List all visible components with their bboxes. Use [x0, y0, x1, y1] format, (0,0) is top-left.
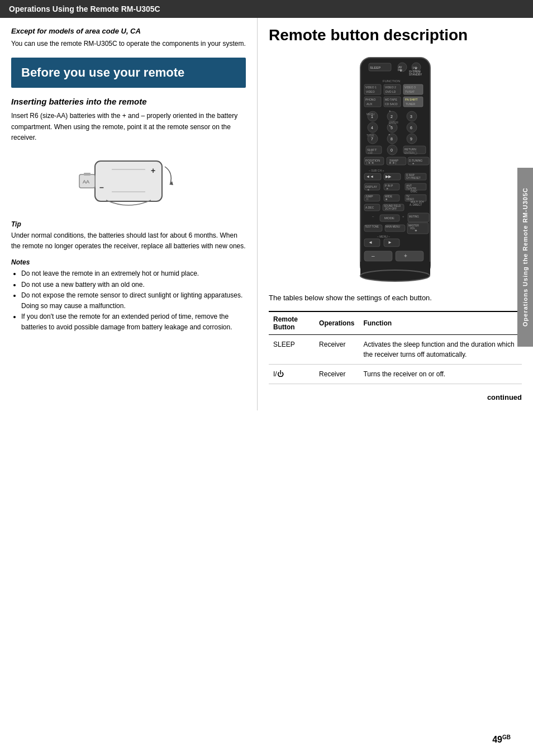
table-cell-function: Turns the receiver on or off.: [359, 365, 522, 384]
svg-text:FN SHIFT: FN SHIFT: [405, 98, 418, 101]
table-cell-button: I/⏻: [269, 365, 315, 384]
table-intro-text: The tables below show the settings of ea…: [269, 292, 522, 304]
svg-rect-6: [84, 173, 91, 176]
svg-text:I/⏻: I/⏻: [413, 66, 417, 69]
svg-text:9: 9: [410, 137, 412, 141]
svg-text:CH PRESET: CH PRESET: [406, 177, 421, 179]
col-header-button: Remote Button: [269, 311, 315, 335]
svg-text:AA: AA: [83, 179, 89, 185]
svg-text:5: 5: [391, 126, 393, 130]
svg-text:3: 3: [410, 115, 412, 119]
main-layout: Except for models of area code U, CA You…: [0, 18, 533, 410]
svg-text:D.TUNING: D.TUNING: [409, 159, 422, 162]
svg-text:●: ●: [389, 109, 391, 112]
col-header-function: Function: [359, 311, 522, 335]
inserting-batteries-body: Insert R6 (size-AA) batteries with the +…: [11, 111, 246, 143]
battery-svg: + – AA: [78, 150, 179, 211]
svg-text:VIDEO: VIDEO: [366, 90, 375, 93]
svg-text:VIDEO 2: VIDEO 2: [385, 86, 396, 89]
svg-text:MAIN MENU: MAIN MENU: [386, 225, 400, 228]
svg-text:+: +: [412, 162, 415, 165]
svg-text:4: 4: [371, 126, 373, 130]
svg-text:6: 6: [410, 126, 412, 130]
svg-text:+: +: [402, 215, 404, 218]
before-remote-box: Before you use your remote: [11, 58, 246, 88]
svg-text:0: 0: [391, 148, 393, 152]
header-title: Operations Using the Remote RM-U305C: [9, 4, 160, 13]
svg-text:MD TAPE: MD TAPE: [385, 98, 397, 101]
svg-text:DISC: DISC: [411, 190, 417, 193]
svg-text:TV/SAT: TV/SAT: [405, 90, 415, 93]
table-cell-function: Activates the sleep function and the dur…: [359, 335, 522, 365]
svg-text:– MENU –: – MENU –: [377, 235, 390, 238]
svg-text:–: –: [99, 183, 104, 192]
table-cell-operations: Receiver: [315, 365, 359, 384]
svg-text:MODE: MODE: [384, 216, 394, 220]
svg-text:►: ►: [388, 240, 392, 245]
svg-text:SLEEP: SLEEP: [370, 66, 380, 69]
svg-text:ENTER◯: ENTER◯: [404, 151, 417, 155]
tip-label: Tip: [11, 220, 246, 228]
svg-text:▶▶: ▶▶: [386, 174, 392, 178]
svg-text:■: ■: [386, 197, 387, 201]
svg-text:◄◄: ◄◄: [366, 174, 374, 178]
svg-text:+: +: [151, 166, 155, 175]
right-col-title: Remote button description: [269, 27, 522, 44]
right-column: Remote button description SLEEP AV I/⏻ I…: [257, 18, 533, 410]
svg-text:VIDEO 3: VIDEO 3: [404, 86, 416, 89]
tip-body: Under normal conditions, the batteries s…: [11, 230, 246, 252]
notes-section: Notes Do not leave the remote in an extr…: [11, 258, 246, 333]
list-item: Do not leave the remote in an extremely …: [21, 268, 246, 279]
svg-text:◄: ◄: [368, 240, 373, 245]
button-table: Remote Button Operations Function SLEEP …: [269, 311, 522, 384]
svg-text:AUX: AUX: [367, 102, 373, 106]
table-cell-button: SLEEP: [269, 335, 315, 365]
svg-text:►►|: ►►|: [389, 161, 397, 164]
svg-text:PHONO: PHONO: [365, 98, 375, 101]
svg-text:TEST TONE: TEST TONE: [365, 225, 379, 228]
svg-text:7: 7: [371, 137, 373, 141]
svg-text:+: +: [404, 253, 407, 259]
svg-text:+10: +10: [368, 151, 373, 154]
svg-marker-8: [169, 181, 173, 185]
svg-text:VIDEO 1: VIDEO 1: [365, 86, 377, 89]
remote-illustration: SLEEP AV I/⏻ I/⏻ SYSTEM STANDBY FUNCTION…: [269, 52, 522, 287]
area-code-heading: Except for models of area code U, CA: [11, 27, 246, 35]
before-remote-title: Before you use your remote: [21, 65, 236, 80]
page-header: Operations Using the Remote RM-U305C: [0, 0, 533, 18]
svg-text:– SUB CH +: – SUB CH +: [369, 169, 384, 172]
svg-rect-134: [396, 251, 423, 261]
page-superscript: GB: [502, 734, 511, 740]
col-header-operations: Operations: [315, 311, 359, 335]
svg-text:DVD LD: DVD LD: [386, 90, 396, 93]
svg-text:◄: ◄: [367, 188, 369, 191]
svg-text:8: 8: [391, 137, 393, 141]
list-item: Do not expose the remote sensor to direc…: [21, 290, 246, 311]
svg-text:A.DEC: A.DEC: [365, 206, 374, 209]
area-code-body: You can use the remote RM-U305C to opera…: [11, 39, 246, 49]
notes-list: Do not leave the remote in an extremely …: [11, 268, 246, 333]
svg-text:A. DIRECT: A. DIRECT: [410, 204, 422, 206]
table-cell-operations: Receiver: [315, 335, 359, 365]
continued-label: continued: [269, 393, 522, 401]
side-tab: Operations Using the Remote RM-U305C: [517, 168, 533, 347]
svg-text:►: ►: [386, 187, 389, 190]
svg-text:I/⏻: I/⏻: [398, 68, 402, 72]
svg-text:2: 2: [391, 115, 393, 119]
svg-text:STANDBY: STANDBY: [409, 73, 422, 76]
svg-text:TUNER: TUNER: [406, 102, 416, 106]
svg-text:2CH OFF: 2CH OFF: [385, 207, 397, 210]
table-row: I/⏻ Receiver Turns the receiver on or of…: [269, 365, 522, 384]
area-code-section: Except for models of area code U, CA You…: [11, 27, 246, 49]
svg-text:CD SACD: CD SACD: [385, 102, 398, 106]
svg-text:|◄◄: |◄◄: [367, 161, 374, 164]
svg-point-137: [360, 270, 430, 281]
table-row: SLEEP Receiver Activates the sleep funct…: [269, 335, 522, 365]
svg-text:TITLE: TITLE: [367, 134, 374, 137]
svg-text:●: ●: [389, 124, 391, 127]
left-column: Except for models of area code U, CA You…: [0, 18, 257, 410]
list-item: Do not use a new battery with an old one…: [21, 280, 246, 290]
svg-text:MUTING: MUTING: [409, 215, 419, 218]
tip-section: Tip Under normal conditions, the batteri…: [11, 220, 246, 252]
page-number: 49GB: [492, 734, 511, 745]
